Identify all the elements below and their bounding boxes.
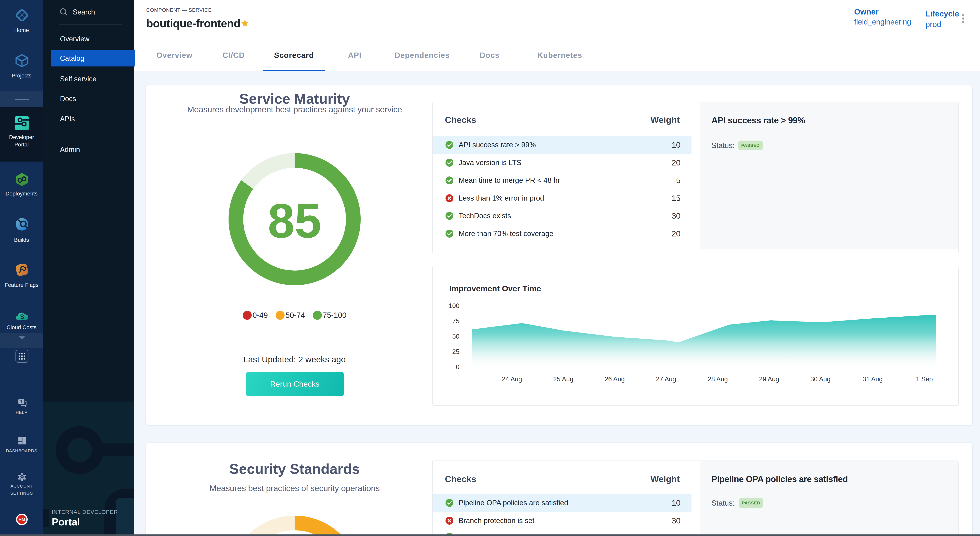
svg-text:$: $	[20, 313, 24, 320]
svg-text:?: ?	[20, 399, 23, 404]
